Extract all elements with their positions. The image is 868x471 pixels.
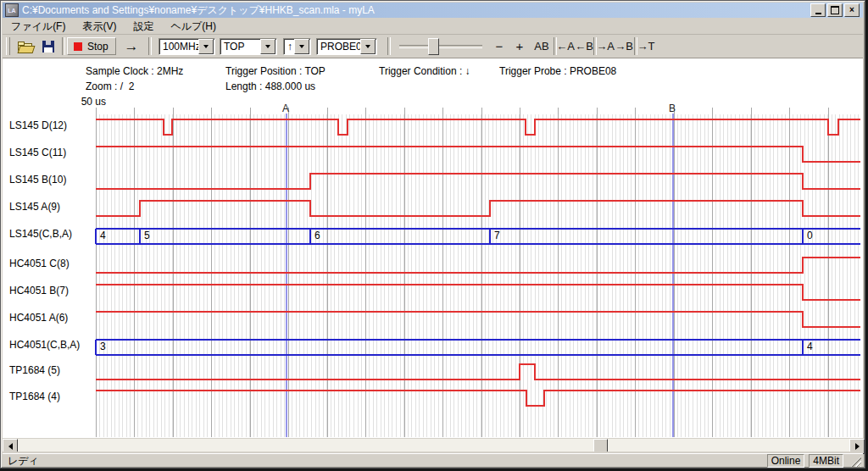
bus-value-4: 4 — [100, 230, 106, 241]
jump-b-left-button[interactable]: ←B — [575, 37, 593, 55]
myla-app-icon: LA — [5, 3, 19, 17]
menu-item-settings[interactable]: 設定 — [133, 19, 153, 34]
status-ready-text: レディ — [3, 454, 767, 468]
menu-item-file[interactable]: ファイル(F) — [11, 19, 65, 34]
wave-5 — [96, 258, 860, 273]
jump-a-right-button[interactable]: →A — [596, 37, 615, 55]
stop-button[interactable]: Stop — [67, 37, 116, 55]
waveform-plot[interactable]: AB4567034 — [3, 58, 863, 438]
toolbar: Stop → 100MHz TOP ↑ PROBE00 − + AB ←A ←B — [3, 35, 863, 58]
bus-value-8: 3 — [100, 341, 106, 352]
app-window: LA C:¥Documents and Settings¥noname¥デスクト… — [0, 0, 865, 468]
wave-1 — [96, 147, 860, 162]
jump-trigger-button[interactable]: →T — [637, 37, 655, 55]
sample-clock-combo[interactable]: 100MHz — [159, 38, 215, 55]
marker-label-A: A — [282, 103, 289, 114]
menu-item-help[interactable]: ヘルプ(H) — [170, 19, 216, 34]
minimize-icon — [815, 13, 821, 14]
probe-value: PROBE00 — [317, 41, 360, 53]
bus-value-4: 7 — [494, 230, 500, 241]
wave-10 — [96, 391, 860, 406]
dropdown-arrow-icon[interactable] — [294, 39, 309, 54]
stop-icon — [74, 42, 82, 51]
zoom-slider-thumb[interactable] — [428, 38, 439, 55]
sample-clock-value: 100MHz — [159, 41, 198, 53]
bus-value-4: 5 — [144, 230, 150, 241]
right-arrow-icon — [855, 443, 860, 450]
scroll-left-button[interactable] — [3, 439, 18, 454]
bus-value-4: 6 — [314, 230, 320, 241]
wave-9 — [96, 364, 860, 380]
status-memory-badge: 4MBit — [809, 454, 843, 468]
dropdown-arrow-icon[interactable] — [198, 39, 214, 54]
jump-a-left-button[interactable]: ←A — [556, 37, 575, 55]
bus-value-8: 4 — [807, 341, 813, 352]
resize-grip[interactable] — [851, 457, 861, 467]
status-online-badge: Online — [767, 454, 805, 468]
minimize-button[interactable] — [810, 3, 826, 17]
maximize-button[interactable] — [827, 3, 843, 17]
wave-2 — [96, 174, 860, 189]
jump-b-right-button[interactable]: →B — [615, 37, 633, 55]
bus-value-4: 0 — [807, 230, 813, 241]
zoom-in-button[interactable]: + — [511, 37, 528, 55]
toolbar-separator — [62, 37, 65, 55]
toolbar-grip[interactable] — [6, 37, 10, 55]
menu-bar: ファイル(F) 表示(V) 設定 ヘルプ(H) — [3, 19, 863, 35]
probe-combo[interactable]: PROBE00 — [316, 38, 377, 55]
wave-3 — [96, 201, 860, 216]
close-button[interactable]: × — [844, 3, 860, 17]
trigger-position-combo[interactable]: TOP — [220, 38, 277, 55]
scroll-thumb[interactable] — [593, 439, 608, 454]
marker-label-B: B — [669, 103, 676, 114]
floppy-save-icon — [42, 41, 54, 53]
toolbar-separator — [387, 37, 391, 55]
open-button[interactable] — [14, 37, 36, 55]
trigger-edge-value: ↑ — [284, 41, 294, 53]
open-folder-icon — [18, 42, 33, 52]
stop-label: Stop — [87, 41, 108, 53]
waveform-canvas: AB4567034 — [3, 58, 863, 438]
wave-6 — [96, 285, 860, 300]
dropdown-arrow-icon[interactable] — [260, 39, 275, 54]
zoom-slider-track[interactable] — [399, 45, 482, 48]
zoom-out-button[interactable]: − — [491, 37, 508, 55]
trigger-edge-combo[interactable]: ↑ — [283, 38, 311, 55]
left-arrow-icon — [8, 443, 13, 450]
dropdown-arrow-icon[interactable] — [360, 39, 376, 54]
h-scrollbar[interactable] — [3, 439, 863, 452]
status-bar: レディ Online 4MBit — [3, 453, 863, 468]
wave-7 — [96, 312, 860, 327]
trigger-position-value: TOP — [220, 41, 260, 53]
maximize-icon — [831, 6, 839, 14]
wave-0 — [96, 119, 860, 135]
toolbar-separator — [148, 37, 152, 55]
menu-item-view[interactable]: 表示(V) — [82, 19, 116, 34]
window-title: C:¥Documents and Settings¥noname¥デスクトップ¥… — [22, 3, 810, 18]
title-bar: LA C:¥Documents and Settings¥noname¥デスクト… — [3, 3, 863, 18]
main-area: Sample Clock : 2MHz Trigger Position : T… — [3, 58, 863, 438]
run-button[interactable]: → — [120, 37, 143, 55]
scroll-right-button[interactable] — [849, 439, 865, 454]
save-button[interactable] — [38, 37, 58, 55]
ab-marker-button[interactable]: AB — [531, 37, 552, 55]
run-arrow-icon: → — [125, 38, 139, 55]
